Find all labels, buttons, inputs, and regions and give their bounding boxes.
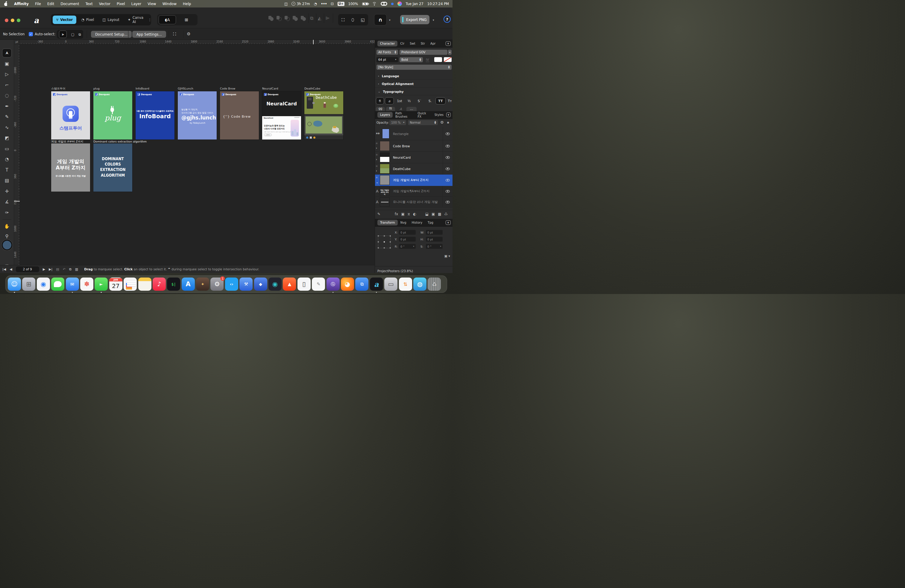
stack-mode-icon[interactable]: ⧉ bbox=[79, 32, 81, 37]
boolean-divide-icon[interactable] bbox=[293, 16, 298, 21]
transform-y-input[interactable]: 0 pt bbox=[399, 237, 416, 242]
shape-mode-icon[interactable]: ▢ bbox=[71, 32, 74, 37]
tab-swatches[interactable]: Swt bbox=[407, 42, 418, 45]
tab-path-brushes[interactable]: Path Brushes bbox=[393, 112, 415, 118]
artboard-plug[interactable]: Devques plug bbox=[94, 91, 132, 140]
layer-row-text1[interactable]: A 게임 개발의A부터 Z까지 게임 개발의¶A부터 Z까지 bbox=[375, 186, 452, 197]
tab-history[interactable]: History bbox=[409, 221, 425, 224]
persona-canva-ai[interactable]: ✦ Canva AI bbox=[124, 16, 147, 24]
anchor-point-widget[interactable] bbox=[378, 236, 391, 248]
eye-cell[interactable] bbox=[443, 140, 452, 151]
canvas[interactable]: -1080 -720 -360 0 360 720 1080 1440 -360… bbox=[14, 40, 375, 265]
timer-icon[interactable]: ◔ bbox=[314, 2, 317, 6]
stroke-swatch[interactable] bbox=[444, 57, 452, 62]
dock-passwords-icon[interactable]: ◍ bbox=[413, 278, 427, 291]
variable-font-icon[interactable]: iV bbox=[426, 58, 429, 62]
artboard-label[interactable]: Code Brew bbox=[220, 87, 235, 90]
duplicate-icon[interactable]: ⧉ bbox=[310, 16, 313, 21]
gear-icon[interactable]: ⚙ bbox=[187, 32, 191, 36]
alternates-button[interactable]: a bbox=[385, 97, 394, 105]
pages-icon[interactable]: ▤ bbox=[56, 267, 59, 271]
tab-layers[interactable]: Layers bbox=[377, 112, 393, 118]
shape-tool[interactable]: ◔ bbox=[2, 155, 12, 164]
snapping-button[interactable]: ∩ bbox=[374, 14, 387, 25]
hand-tool[interactable]: ✋ bbox=[2, 222, 12, 231]
export-chevron-icon[interactable]: ▾ bbox=[433, 19, 434, 22]
menu-document[interactable]: Document bbox=[60, 2, 79, 6]
ordinals-button[interactable]: 1st bbox=[395, 97, 404, 105]
siri-icon[interactable] bbox=[397, 2, 402, 6]
layer-row-neuralcard[interactable]: ⌗ › NeuralCard bbox=[375, 152, 452, 163]
panel-chevron-icon[interactable]: ∨ bbox=[446, 220, 451, 225]
dock-trash-icon[interactable]: ♺ bbox=[428, 278, 441, 291]
artboard-label[interactable]: 스탬프투어 bbox=[51, 87, 65, 91]
dock-facetime-icon[interactable]: ► bbox=[95, 278, 108, 291]
dock-calendar-icon[interactable]: JAN27 bbox=[109, 278, 122, 291]
tab-navigator[interactable]: Nvg bbox=[398, 221, 409, 224]
prev-page-button[interactable]: ◀ bbox=[10, 267, 12, 271]
menu-window[interactable]: Window bbox=[162, 2, 176, 6]
checkerboard-icon[interactable]: ▩ bbox=[438, 212, 441, 216]
window-manager-icon[interactable]: ◫ bbox=[284, 2, 287, 6]
boolean-combine-icon[interactable] bbox=[301, 16, 306, 21]
new-adjustment-icon[interactable]: ✎ bbox=[377, 212, 380, 216]
dock-safari-tech-preview-icon[interactable]: ◉ bbox=[268, 278, 282, 291]
fill-gradient-tool[interactable]: ◩ bbox=[2, 133, 12, 143]
minimize-window-button[interactable] bbox=[11, 19, 14, 22]
snapping-chevron-icon[interactable]: ▾ bbox=[389, 19, 391, 22]
persona-pixel[interactable]: ◔ Pixel bbox=[78, 16, 98, 24]
artboard-label[interactable]: plug bbox=[94, 87, 100, 90]
artboard-label[interactable]: NeuralCard bbox=[262, 87, 278, 90]
measure-tool[interactable]: ∡ bbox=[2, 197, 12, 206]
swash-button[interactable]: A bbox=[396, 107, 405, 111]
font-collection-dropdown[interactable]: All Fonts▲▼ bbox=[376, 50, 398, 55]
fill-swatch[interactable] bbox=[434, 57, 442, 62]
panel-chevron-icon[interactable]: ∨ bbox=[446, 41, 451, 46]
dock-firefox-icon[interactable]: ◕ bbox=[341, 278, 354, 291]
menu-layer[interactable]: Layer bbox=[132, 2, 141, 6]
fractions-button[interactable]: ½ bbox=[405, 97, 413, 105]
dock-app-store-icon[interactable]: A bbox=[182, 278, 195, 291]
edit-nodes-icon[interactable]: ⬯ bbox=[351, 17, 354, 22]
dock-lantern-game-icon[interactable]: ✦ bbox=[196, 278, 209, 291]
discretionary-button[interactable]: fil bbox=[386, 107, 395, 111]
dock-window-app-icon[interactable]: ▭ bbox=[384, 278, 397, 291]
smallcaps-button[interactable]: Tᴛ bbox=[447, 97, 452, 105]
menu-file[interactable]: File bbox=[35, 2, 41, 6]
section-typography[interactable]: ⌄Typography bbox=[375, 88, 452, 95]
font-size-input[interactable]: 64 pt▾ bbox=[376, 57, 398, 62]
transform-box-icon[interactable]: ◱ bbox=[360, 17, 365, 22]
artboard-dominantcolors[interactable]: DOMINANT COLORS EXTRACTION ALGORITHM bbox=[94, 143, 132, 192]
zoom-window-button[interactable] bbox=[17, 19, 21, 22]
grid-view-button[interactable]: ⊞ bbox=[178, 15, 195, 24]
transform-w-input[interactable]: 0 pt bbox=[426, 230, 443, 235]
font-weight-dropdown[interactable]: Bold▲▼ bbox=[400, 57, 423, 62]
dock-music-icon[interactable]: ♪ bbox=[152, 278, 166, 291]
zoom-tool[interactable]: ⚲ bbox=[2, 232, 12, 241]
dock-iphone-mirroring-icon[interactable]: ▯ bbox=[297, 278, 311, 291]
colour-selector[interactable] bbox=[2, 240, 12, 250]
apple-menu-icon[interactable] bbox=[4, 2, 8, 6]
first-page-button[interactable]: |◀ bbox=[2, 267, 6, 271]
superscript-button[interactable]: S˙ bbox=[416, 97, 424, 105]
rectangle-tool[interactable]: ▭ bbox=[2, 144, 12, 153]
more-status-icon[interactable]: ••• bbox=[321, 2, 327, 6]
app-settings-button[interactable]: App Settings… bbox=[132, 31, 166, 38]
persona-overflow-menu[interactable]: ⋮ bbox=[148, 18, 151, 22]
layer-row-text2[interactable]: A 유니티를 사용한 러너 게임 개발 bbox=[375, 197, 452, 208]
tab-appearance[interactable]: Apr bbox=[428, 42, 438, 45]
artboard-infoboard[interactable]: Devques 1층 로비 인포메이션 디스플레이 프로젝트 InfoBoard bbox=[136, 91, 175, 140]
eye-cell[interactable] bbox=[443, 197, 452, 207]
dock-dev-tools-icon[interactable]: ◆ bbox=[254, 278, 267, 291]
next-page-button[interactable]: ▶ bbox=[43, 267, 45, 271]
artboard-deathcube[interactable]: Devques DeathCube bbox=[304, 91, 343, 140]
new-group-icon[interactable]: ▣ bbox=[432, 212, 435, 216]
tab-character[interactable]: Character bbox=[377, 41, 397, 46]
move-tool[interactable]: ➤ bbox=[2, 49, 12, 57]
flip-icon[interactable]: ◭ bbox=[318, 16, 321, 21]
eye-cell[interactable] bbox=[443, 163, 452, 174]
subscript-button[interactable]: S. bbox=[426, 97, 434, 105]
export-png-button[interactable]: Export PNG bbox=[400, 15, 429, 24]
font-name-dropdown[interactable]: Pretendard GOV bbox=[400, 50, 448, 55]
last-page-button[interactable]: ▶| bbox=[49, 267, 52, 271]
